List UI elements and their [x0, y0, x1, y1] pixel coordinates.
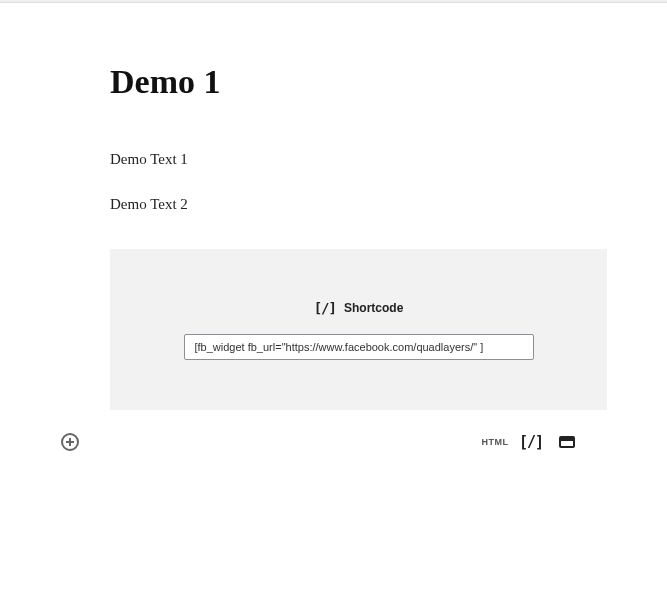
paragraph-block[interactable]: Demo Text 1: [110, 151, 607, 168]
add-block-button[interactable]: [60, 432, 80, 452]
html-block-button[interactable]: HTML: [485, 432, 505, 452]
paragraph-block[interactable]: Demo Text 2: [110, 196, 607, 213]
shortcode-block-button[interactable]: [/]: [521, 432, 541, 452]
page-title[interactable]: Demo 1: [110, 63, 607, 101]
block-inserter-toolbar: HTML [/]: [60, 432, 577, 452]
html-icon: HTML: [482, 437, 509, 447]
shortcode-block-header: [/] Shortcode: [314, 300, 404, 316]
plus-circle-icon: [61, 433, 79, 451]
shortcode-icon: [/]: [519, 433, 543, 451]
shortcode-icon: [/]: [314, 300, 336, 316]
editor-content: Demo 1 Demo Text 1 Demo Text 2 [/] Short…: [0, 3, 667, 410]
window-icon: [559, 436, 575, 448]
shortcode-block[interactable]: [/] Shortcode: [110, 249, 607, 410]
shortcode-block-label: Shortcode: [344, 301, 403, 315]
shortcode-input[interactable]: [184, 334, 534, 360]
container-block-button[interactable]: [557, 432, 577, 452]
